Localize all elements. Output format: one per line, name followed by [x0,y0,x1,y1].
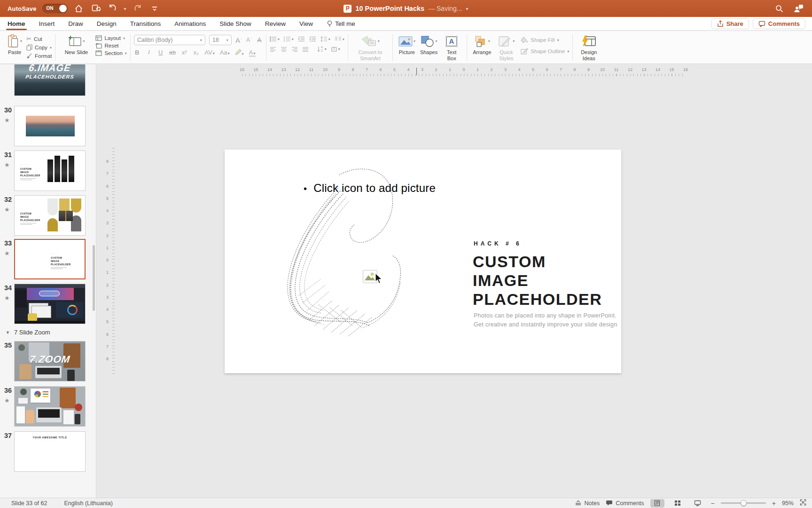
slide-thumbnail-36[interactable]: 36 ★ [0,386,96,429]
align-right-button[interactable] [291,47,298,52]
shapes-button[interactable]: ▾ Shapes [418,33,440,56]
section-button[interactable]: Section▾ [95,50,126,56]
quick-styles-button[interactable]: ▾ Quick Styles [493,33,519,62]
sidebar-scrollbar[interactable] [93,245,95,311]
new-slide-button[interactable]: ▾ New Slide [59,33,94,56]
columns-button[interactable]: ▾ [335,36,344,42]
align-center-button[interactable] [281,47,287,52]
slideshow-view-button[interactable] [691,499,705,508]
clear-formatting-button[interactable]: A [256,36,263,44]
tab-insert[interactable]: Insert [39,18,55,30]
numbering-button[interactable]: ▾ [284,36,294,42]
fit-to-window-button[interactable] [800,499,806,507]
share-button[interactable]: Share [711,18,749,29]
autosave-toggle[interactable]: ON [42,4,68,13]
slide-thumbnail-37[interactable]: 37 YOUR AWESOME TITLE · · · · · · · · [0,431,96,475]
tab-slide-show[interactable]: Slide Show [219,18,252,30]
undo-menu-chevron[interactable]: ▾ [124,6,126,11]
tab-tell-me[interactable]: Tell me [326,18,356,30]
shapes-menu-chevron[interactable]: ▾ [436,39,437,43]
save-icon[interactable] [90,3,102,14]
tab-design[interactable]: Design [96,18,117,30]
line-spacing-button[interactable]: ▾ [320,36,330,42]
layout-button[interactable]: Layout▾ [95,35,126,41]
font-name-select[interactable]: Calibri (Body)▾ [134,35,205,45]
increase-font-size-button[interactable]: Aˆ [235,36,242,44]
new-slide-menu-chevron[interactable]: ▾ [83,39,85,43]
reset-button[interactable]: Reset [95,43,126,48]
tab-home[interactable]: Home [7,18,26,30]
italic-button[interactable]: I [146,48,152,56]
document-title[interactable]: 10 PowerPoint Hacks [355,5,424,12]
slide-thumbnail-33-selected[interactable]: 33 ★ CUSTOM IMAGE PLACEHOLDER [0,239,96,282]
zoom-level[interactable]: 95% [782,500,794,507]
notes-toggle-button[interactable]: Notes [575,500,600,507]
cut-button[interactable]: ✂ Cut [26,35,52,42]
strikethrough-button[interactable]: ab [169,49,176,56]
increase-indent-button[interactable] [309,36,316,42]
search-icon[interactable] [773,3,785,14]
title-menu-chevron[interactable]: ▾ [466,6,468,11]
vertical-ruler[interactable]: 87654321012345678 [106,148,115,374]
tab-review[interactable]: Review [265,18,286,30]
sort-text-button[interactable]: ▾ [317,46,327,52]
hack-number-label[interactable]: HACK # 6 [474,240,522,247]
subscript-button[interactable]: x₂ [193,49,199,56]
convert-to-smartart-button[interactable]: ▾ Convert to SmartArt [351,33,389,62]
slide-thumbnail-31[interactable]: 31 ★ CUSTOM IMAGE PLACEHOLDER [0,151,96,194]
decrease-font-size-button[interactable]: Aˇ [246,37,252,43]
slide-thumbnail-35[interactable]: 35 7.ZOOM [0,341,96,384]
redo-icon[interactable] [132,3,143,14]
tab-animations[interactable]: Animations [174,18,206,30]
arrange-button[interactable]: ▾ Arrange [470,33,493,56]
underline-button[interactable]: U [157,49,164,56]
justify-button[interactable] [302,47,309,52]
customize-toolbar-icon[interactable] [149,3,160,14]
bullets-button[interactable]: ▾ [270,36,280,42]
picture-menu-chevron[interactable]: ▾ [414,39,415,43]
comments-toggle-button[interactable]: Comments [606,500,644,507]
tab-view[interactable]: View [299,18,313,30]
dotted-scribble-drawing[interactable] [270,164,411,348]
collapse-triangle-icon[interactable]: ▼ [6,330,10,335]
normal-view-button[interactable] [650,499,664,508]
arrange-menu-chevron[interactable]: ▾ [488,39,490,43]
slide-thumbnail-29[interactable]: 6.IMAGE PLACEHOLDERS [0,64,96,99]
align-left-button[interactable] [270,47,276,52]
copy-button[interactable]: Copy▾ [26,44,52,51]
presence-share-icon[interactable] [793,3,804,14]
paste-menu-chevron[interactable]: ▾ [20,39,22,43]
picture-button[interactable]: ▾ Picture [396,33,418,56]
paste-button[interactable]: ▾ Paste [5,33,24,56]
character-spacing-button[interactable]: AV▾ [204,49,214,56]
text-direction-button[interactable]: ▾ [331,47,340,52]
tab-draw[interactable]: Draw [68,18,84,30]
slide-sorter-view-button[interactable] [671,499,685,508]
design-ideas-button[interactable]: Design Ideas [576,33,601,62]
slide-title[interactable]: CUSTOM IMAGE PLACEHOLDER [473,252,602,309]
font-color-button[interactable]: A▾ [249,49,256,56]
superscript-button[interactable]: x² [181,49,187,56]
slide-counter[interactable]: Slide 33 of 62 [11,500,47,507]
slide-body-text[interactable]: Photos can be placed into any shape in P… [474,311,617,329]
tab-transitions[interactable]: Transitions [130,18,162,30]
slide-editing-area[interactable]: •Click icon to add picture [225,150,621,373]
text-highlight-button[interactable]: ▾ [235,49,244,56]
decrease-indent-button[interactable] [298,36,305,42]
change-case-button[interactable]: Aa▾ [220,49,230,56]
section-header-slide-zoom[interactable]: ▼ 7 Slide Zoom [6,329,96,336]
zoom-slider[interactable] [721,502,766,504]
undo-icon[interactable] [107,3,118,14]
shape-outline-button[interactable]: Shape Outline▾ [521,48,569,55]
slide-thumbnail-34[interactable]: 34 ★ [0,284,96,327]
horizontal-ruler[interactable]: 1615141312111098765432101234567891011121… [242,67,686,76]
text-box-button[interactable]: A Text Box [440,33,463,62]
font-size-select[interactable]: 18▾ [209,35,232,45]
format-painter-button[interactable]: Format [26,53,52,59]
zoom-out-button[interactable]: − [711,500,715,507]
zoom-in-button[interactable]: + [772,500,776,507]
zoom-slider-knob[interactable] [741,500,747,506]
language-indicator[interactable]: English (Lithuania) [64,500,113,507]
shape-fill-button[interactable]: Shape Fill▾ [521,37,569,43]
bold-button[interactable]: B [134,49,141,56]
